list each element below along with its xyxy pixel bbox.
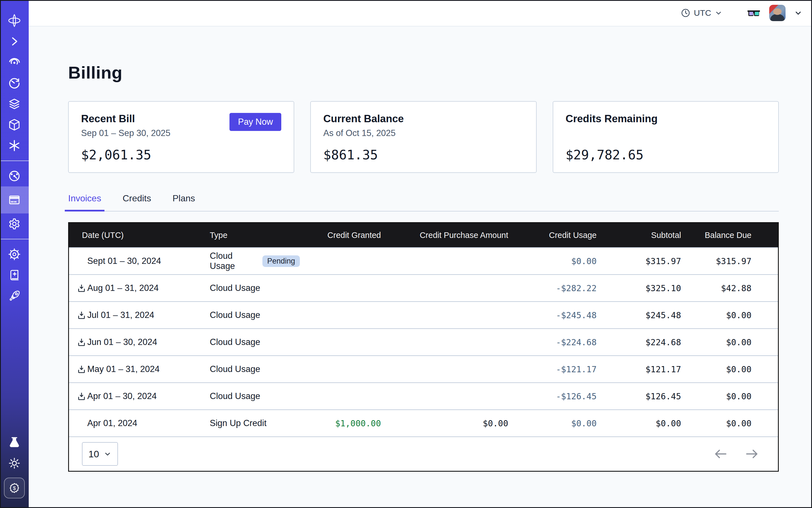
sidebar: $: [0, 0, 29, 508]
chevron-down-icon: [715, 9, 722, 17]
cube-icon[interactable]: [0, 114, 29, 135]
timer-icon[interactable]: [0, 73, 29, 93]
credits-dollar-badge-button[interactable]: $: [4, 477, 25, 499]
recent-bill-amount: $2,061.35: [81, 147, 281, 163]
chevron-down-icon: [103, 450, 112, 458]
balance-due: $42.88: [681, 283, 778, 293]
invoice-date: Apr 01 – 30, 2024: [87, 391, 157, 401]
credits-remaining-card: Credits Remaining $29,782.65: [553, 101, 779, 173]
pay-now-button[interactable]: Pay Now: [229, 113, 281, 131]
table-footer: 10: [69, 436, 778, 471]
col-date: Date (UTC): [69, 230, 210, 240]
status-badge: Pending: [262, 255, 300, 267]
tab-invoices[interactable]: Invoices: [65, 193, 104, 211]
invoices-table: Date (UTC) Type Credit Granted Credit Pu…: [68, 222, 779, 472]
rocket-icon[interactable]: [0, 286, 29, 306]
balance-due: $0.00: [681, 365, 778, 374]
flask-icon[interactable]: [0, 432, 29, 453]
table-row: Jul 01 – 31, 2024 Cloud Usage -$245.48 $…: [69, 301, 778, 328]
gauge-icon[interactable]: [0, 166, 29, 186]
credit-usage: -$245.48: [508, 310, 597, 320]
table-row: Jun 01 – 30, 2024 Cloud Usage -$224.68 $…: [69, 328, 778, 355]
user-avatar[interactable]: [769, 5, 785, 21]
card-title: Credits Remaining: [566, 113, 766, 125]
previous-page-button[interactable]: [714, 449, 727, 459]
subtotal: $0.00: [597, 418, 681, 428]
clock-icon: [681, 8, 690, 18]
page-size-select[interactable]: 10: [82, 442, 118, 466]
col-balance-due: Balance Due: [681, 230, 778, 240]
credit-usage: -$282.22: [508, 283, 597, 293]
layers-icon[interactable]: [0, 93, 29, 114]
subtotal: $126.45: [597, 391, 681, 401]
balance-due: $315.97: [681, 256, 778, 266]
content: Billing Recent Bill Sep 01 – Sep 30, 202…: [29, 27, 812, 472]
billing-credit-card-icon[interactable]: [0, 186, 29, 213]
invoice-type: Cloud Usage: [210, 391, 260, 401]
download-invoice-button[interactable]: [77, 283, 87, 294]
download-invoice-button[interactable]: [77, 364, 87, 375]
arrow-left-icon: [714, 449, 727, 459]
table-row: Aug 01 – 31, 2024 Cloud Usage -$282.22 $…: [69, 274, 778, 301]
next-page-button[interactable]: [745, 449, 758, 459]
table-row: Apr 01, 2024 Sign Up Credit $1,000.00 $0…: [69, 410, 778, 436]
invoice-type: Cloud Usage: [210, 283, 260, 293]
card-subtitle: [566, 128, 766, 139]
tab-credits[interactable]: Credits: [119, 193, 154, 211]
invoice-type: Sign Up Credit: [210, 418, 267, 428]
download-icon: [77, 284, 86, 293]
settings-gear-icon[interactable]: [0, 213, 29, 234]
invoice-type: Cloud Usage: [210, 337, 260, 347]
sidebar-divider: [0, 161, 29, 161]
docs-book-sparkle-icon[interactable]: [0, 265, 29, 286]
subtotal: $224.68: [597, 337, 681, 347]
credit-usage: $0.00: [508, 418, 597, 428]
download-icon: [77, 310, 86, 320]
invoice-date: Sept 01 – 30, 2024: [87, 256, 161, 266]
timezone-selector[interactable]: UTC: [681, 8, 722, 18]
pagination-arrows: [714, 449, 758, 459]
page-title: Billing: [68, 62, 779, 83]
arrow-right-icon: [745, 449, 758, 459]
balance-due: $0.00: [681, 418, 778, 428]
credit-purchase: $0.00: [381, 418, 508, 428]
subtotal: $315.97: [597, 256, 681, 266]
credit-usage: -$224.68: [508, 337, 597, 347]
3d-glasses-icon[interactable]: [747, 8, 761, 18]
sidebar-divider: [0, 239, 29, 239]
credit-usage: -$126.45: [508, 391, 597, 401]
invoice-type: Cloud Usage: [210, 364, 260, 374]
subtotal: $245.48: [597, 310, 681, 320]
invoice-date: Aug 01 – 31, 2024: [87, 283, 159, 293]
invoice-date: Jul 01 – 31, 2024: [87, 310, 154, 320]
invoice-date: Apr 01, 2024: [87, 418, 137, 428]
page-size-value: 10: [88, 449, 99, 460]
credit-usage: -$121.17: [508, 365, 597, 374]
theme-sun-icon[interactable]: [0, 453, 29, 474]
balance-due: $0.00: [681, 337, 778, 347]
expand-sidebar-chevron-right-icon[interactable]: [0, 31, 29, 52]
asterisk-icon[interactable]: [0, 135, 29, 156]
col-credit-usage: Credit Usage: [508, 230, 597, 240]
download-icon: [77, 365, 86, 374]
helm-wheel-icon[interactable]: [0, 244, 29, 265]
download-invoice-button[interactable]: [77, 337, 87, 348]
balance-due: $0.00: [681, 391, 778, 401]
spiral-icon[interactable]: [0, 52, 29, 73]
user-menu-chevron-down-icon[interactable]: [794, 9, 803, 17]
invoice-type: Cloud Usage: [210, 251, 257, 271]
billing-tabs: Invoices Credits Plans: [68, 193, 779, 211]
main-area: UTC Billing Recent Bill Sep 01 –: [29, 0, 812, 508]
download-invoice-button[interactable]: [77, 390, 87, 402]
current-balance-card: Current Balance As of Oct 15, 2025 $861.…: [310, 101, 537, 173]
subtotal: $121.17: [597, 365, 681, 374]
credit-granted: $1,000.00: [300, 418, 381, 428]
balance-due: $0.00: [681, 310, 778, 320]
orbit-logo-icon[interactable]: [0, 10, 29, 31]
download-invoice-button[interactable]: [77, 309, 87, 321]
topbar: UTC: [29, 0, 812, 27]
subtotal: $325.10: [597, 283, 681, 293]
download-icon: [77, 392, 86, 401]
tab-plans[interactable]: Plans: [169, 193, 199, 211]
invoice-date: Jun 01 – 30, 2024: [87, 337, 157, 347]
